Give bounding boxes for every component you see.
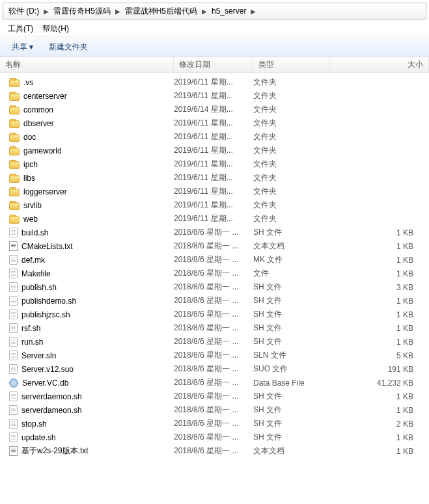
file-type: SH 文件 bbox=[253, 295, 330, 306]
file-row[interactable]: Server.sln2018/8/6 星期一 ...SLN 文件5 KB bbox=[0, 349, 429, 362]
file-type: 文件 bbox=[253, 268, 330, 279]
header-name[interactable]: 名称 bbox=[0, 57, 174, 72]
file-row[interactable]: Server.VC.db2018/8/6 星期一 ...Data Base Fi… bbox=[0, 376, 429, 390]
file-name: 基于w2s-29版本.txt bbox=[21, 445, 89, 457]
share-button[interactable]: 共享 ▾ bbox=[5, 39, 40, 55]
file-date: 2019/6/11 星期... bbox=[174, 186, 253, 197]
file-type: SUO 文件 bbox=[253, 364, 330, 375]
file-name: CMakeLists.txt bbox=[21, 242, 73, 251]
file-row[interactable]: centerserver2019/6/11 星期...文件夹 bbox=[0, 89, 429, 103]
file-size: 191 KB bbox=[330, 365, 429, 374]
file-date: 2018/8/6 星期一 ... bbox=[174, 254, 253, 265]
header-size[interactable]: 大小 bbox=[330, 57, 429, 72]
file-row[interactable]: .vs2019/6/11 星期...文件夹 bbox=[0, 75, 429, 89]
file-date: 2019/6/11 星期... bbox=[174, 159, 253, 170]
file-row[interactable]: CMakeLists.txt2018/8/6 星期一 ...文本文档1 KB bbox=[0, 239, 429, 253]
file-row[interactable]: gameworld2019/6/11 星期...文件夹 bbox=[0, 144, 429, 157]
file-date: 2018/8/6 星期一 ... bbox=[174, 391, 253, 402]
file-date: 2018/8/6 星期一 ... bbox=[174, 336, 253, 347]
breadcrumb[interactable]: 软件 (D:) ▶ 雷霆传奇H5源码 ▶ 雷霆战神H5后端代码 ▶ h5_ser… bbox=[3, 3, 426, 20]
file-type: SH 文件 bbox=[253, 391, 330, 402]
file-type: MK 文件 bbox=[253, 254, 330, 265]
file-size: 1 KB bbox=[330, 310, 429, 319]
header-date[interactable]: 修改日期 bbox=[174, 57, 253, 72]
file-row[interactable]: def.mk2018/8/6 星期一 ...MK 文件1 KB bbox=[0, 253, 429, 267]
folder-icon bbox=[9, 175, 20, 183]
file-name: Server.sln bbox=[21, 351, 56, 360]
file-type: Data Base File bbox=[253, 378, 330, 388]
file-date: 2018/8/6 星期一 ... bbox=[174, 432, 253, 443]
file-type: 文件夹 bbox=[253, 200, 330, 211]
breadcrumb-seg-2[interactable]: 雷霆战神H5后端代码 bbox=[122, 6, 200, 17]
file-row[interactable]: stop.sh2018/8/6 星期一 ...SH 文件2 KB bbox=[0, 417, 429, 431]
file-type: SH 文件 bbox=[253, 405, 330, 416]
file-row[interactable]: publishdemo.sh2018/8/6 星期一 ...SH 文件1 KB bbox=[0, 294, 429, 308]
file-name: centerserver bbox=[23, 92, 67, 101]
breadcrumb-seg-3[interactable]: h5_server bbox=[209, 7, 249, 16]
toolbar: 共享 ▾ 新建文件夹 bbox=[0, 36, 429, 57]
file-name: libs bbox=[23, 174, 35, 183]
file-row[interactable]: web2019/6/11 星期...文件夹 bbox=[0, 212, 429, 226]
file-row[interactable]: publishjzsc.sh2018/8/6 星期一 ...SH 文件1 KB bbox=[0, 308, 429, 321]
file-date: 2018/8/6 星期一 ... bbox=[174, 405, 253, 416]
file-row[interactable]: update.sh2018/8/6 星期一 ...SH 文件1 KB bbox=[0, 431, 429, 444]
chevron-right-icon[interactable]: ▶ bbox=[200, 8, 209, 15]
file-name: doc bbox=[23, 133, 36, 142]
file-row[interactable]: Makefile2018/8/6 星期一 ...文件1 KB bbox=[0, 267, 429, 280]
menu-tools[interactable]: 工具(T) bbox=[4, 22, 37, 36]
file-size: 1 KB bbox=[330, 392, 429, 401]
file-date: 2019/6/11 星期... bbox=[174, 118, 253, 129]
file-row[interactable]: serverdaemon.sh2018/8/6 星期一 ...SH 文件1 KB bbox=[0, 390, 429, 403]
file-type: 文件夹 bbox=[253, 172, 330, 183]
file-name: build.sh bbox=[21, 228, 48, 237]
file-list: .vs2019/6/11 星期...文件夹centerserver2019/6/… bbox=[0, 73, 429, 458]
file-name: publishjzsc.sh bbox=[21, 310, 70, 319]
file-icon bbox=[9, 228, 18, 237]
file-name: stop.sh bbox=[21, 419, 47, 429]
chevron-right-icon[interactable]: ▶ bbox=[249, 8, 258, 15]
file-name: loggerserver bbox=[23, 187, 67, 196]
file-icon bbox=[9, 282, 18, 292]
file-type: 文件夹 bbox=[253, 213, 330, 224]
breadcrumb-seg-1[interactable]: 雷霆传奇H5源码 bbox=[51, 6, 113, 17]
file-size: 2 KB bbox=[330, 419, 429, 429]
file-name: publishdemo.sh bbox=[21, 297, 76, 306]
file-row[interactable]: serverdameon.sh2018/8/6 星期一 ...SH 文件1 KB bbox=[0, 403, 429, 417]
file-date: 2019/6/11 星期... bbox=[174, 77, 253, 88]
file-name: Makefile bbox=[21, 269, 51, 278]
file-type: 文件夹 bbox=[253, 77, 330, 88]
file-name: ipch bbox=[23, 160, 38, 169]
file-type: 文件夹 bbox=[253, 145, 330, 156]
breadcrumb-root[interactable]: 软件 (D:) bbox=[6, 6, 42, 17]
file-row[interactable]: libs2019/6/11 星期...文件夹 bbox=[0, 171, 429, 185]
file-size: 1 KB bbox=[330, 297, 429, 306]
file-icon bbox=[9, 391, 18, 401]
file-row[interactable]: publish.sh2018/8/6 星期一 ...SH 文件3 KB bbox=[0, 280, 429, 294]
file-size: 1 KB bbox=[330, 256, 429, 265]
file-name: .vs bbox=[23, 78, 33, 87]
file-row[interactable]: build.sh2018/8/6 星期一 ...SH 文件1 KB bbox=[0, 226, 429, 239]
file-row[interactable]: rsf.sh2018/8/6 星期一 ...SH 文件1 KB bbox=[0, 321, 429, 335]
file-row[interactable]: run.sh2018/8/6 星期一 ...SH 文件1 KB bbox=[0, 335, 429, 349]
header-type[interactable]: 类型 bbox=[253, 57, 330, 72]
file-row[interactable]: dbserver2019/6/11 星期...文件夹 bbox=[0, 116, 429, 130]
file-type: SH 文件 bbox=[253, 227, 330, 238]
file-row[interactable]: Server.v12.suo2018/8/6 星期一 ...SUO 文件191 … bbox=[0, 362, 429, 376]
file-row[interactable]: common2019/6/14 星期...文件夹 bbox=[0, 103, 429, 116]
chevron-right-icon[interactable]: ▶ bbox=[42, 8, 51, 15]
file-row[interactable]: loggerserver2019/6/11 星期...文件夹 bbox=[0, 185, 429, 198]
file-row[interactable]: 基于w2s-29版本.txt2018/8/6 星期一 ...文本文档1 KB bbox=[0, 444, 429, 458]
chevron-right-icon[interactable]: ▶ bbox=[113, 8, 122, 15]
file-row[interactable]: srvlib2019/6/11 星期...文件夹 bbox=[0, 198, 429, 212]
file-name: publish.sh bbox=[21, 283, 57, 292]
file-icon bbox=[9, 419, 18, 429]
file-date: 2018/8/6 星期一 ... bbox=[174, 418, 253, 429]
new-folder-button[interactable]: 新建文件夹 bbox=[42, 39, 94, 55]
file-date: 2018/8/6 星期一 ... bbox=[174, 377, 253, 388]
file-type: 文件夹 bbox=[253, 118, 330, 129]
file-name: run.sh bbox=[21, 338, 43, 347]
menu-help[interactable]: 帮助(H) bbox=[38, 22, 73, 36]
file-row[interactable]: ipch2019/6/11 星期...文件夹 bbox=[0, 157, 429, 171]
file-type: 文件夹 bbox=[253, 159, 330, 170]
file-row[interactable]: doc2019/6/11 星期...文件夹 bbox=[0, 130, 429, 144]
